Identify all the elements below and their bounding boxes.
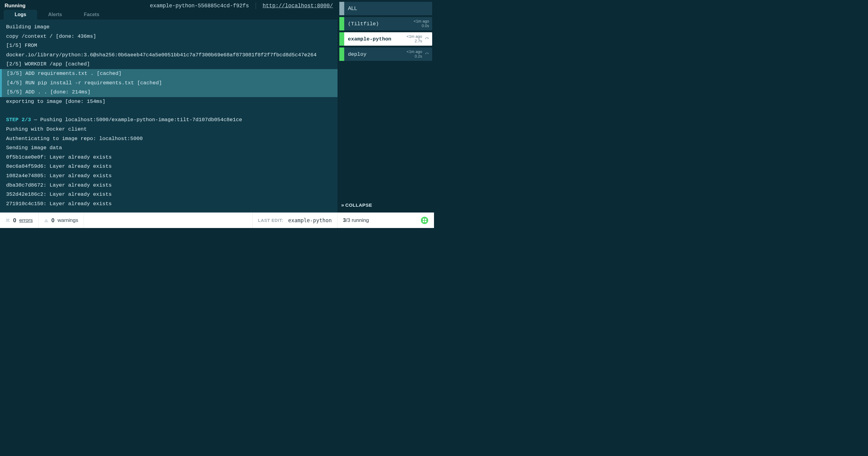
status-stripe [339,17,344,30]
pod-name: example-python-556885c4cd-f92fs [150,3,249,9]
endpoint-link[interactable]: http://localhost:8000/ [262,3,333,9]
log-line-highlight: [3/5] ADD requirements.txt . [cached] [0,69,338,79]
sidebar-item-all[interactable]: ALL [339,2,432,15]
log-line: Pushing with Docker client [0,125,338,134]
log-line: Authenticating to image repo: localhost:… [0,134,338,144]
status-stripe [339,32,344,45]
last-edit-cell: LAST EDIT: example-python [253,213,338,228]
errors-label: errors [19,217,33,223]
sidebar-item-deploy[interactable]: deploy <1m ago 0.2s [339,48,432,61]
status-spacer [84,213,253,228]
log-line: exporting to image [done: 154ms] [0,97,338,107]
refresh-icon[interactable] [425,37,429,41]
tab-facets[interactable]: Facets [73,10,111,20]
log-line: 352d42e186c2: Layer already exists [0,190,338,200]
collapse-button[interactable]: » COLLAPSE [339,200,432,211]
sidebar-item-duration: 0.2s [414,54,422,59]
log-line: [1/5] FROM [0,41,338,51]
log-line: Sending image data [0,143,338,153]
header-divider [256,2,256,9]
last-edit-value: example-python [288,217,332,223]
svg-rect-4 [425,221,426,222]
log-line: docker.io/library/python:3.6@sha256:0b6a… [0,51,338,60]
status-stripe [339,48,344,61]
svg-point-0 [421,217,428,224]
sidebar-item-ago: <1m ago [413,19,429,24]
log-line: Building image [0,23,338,32]
log-line: 1082a4e74805: Layer already exists [0,172,338,181]
errors-count: 0 [13,217,16,224]
collapse-label: COLLAPSE [345,203,372,208]
last-edit-label: LAST EDIT: [258,218,283,223]
log-body[interactable]: Building image copy /context / [done: 43… [0,20,338,212]
log-line-highlight: [4/5] RUN pip install -r requirements.tx… [0,79,338,88]
warning-icon [44,219,49,222]
sidebar-item-label: example-python [348,36,404,42]
refresh-icon[interactable] [425,52,429,57]
running-status: 3/3 running [343,217,369,223]
tab-logs[interactable]: Logs [4,10,37,20]
log-line: 271910c4c150: Layer already exists [0,200,338,209]
sidebar-item-ago: <1m ago [407,50,422,54]
sidebar-item-tiltfile[interactable]: (Tiltfile) <1m ago 0.0s [339,17,432,30]
svg-rect-3 [423,221,424,222]
log-line: 0f5b1cae0e0f: Layer already exists [0,153,338,162]
log-line: 8ec6a04f59d6: Layer already exists [0,162,338,172]
warnings-label: warnings [58,217,78,223]
sidebar-item-ago: <1m ago [407,34,422,39]
warnings-cell[interactable]: 0 warnings [39,213,84,228]
sidebar-item-duration: 0.0s [422,24,429,28]
tab-alerts[interactable]: Alerts [37,10,73,20]
log-panel: Running example-python-556885c4cd-f92fs … [0,0,338,212]
status-label: Running [5,3,26,9]
errors-cell[interactable]: ✖ 0 errors [0,213,39,228]
error-icon: ✖ [5,217,10,224]
log-line: [2/5] WORKDIR /app [cached] [0,60,338,69]
sidebar-item-duration: 2.7s [414,39,422,43]
tabs: Logs Alerts Facets [0,10,338,20]
log-line: copy /context / [done: 436ms] [0,32,338,41]
sidebar-item-example-python[interactable]: example-python <1m ago 2.7s [339,32,432,45]
sidebar: ALL (Tiltfile) <1m ago 0.0s example-pyth… [338,0,434,212]
chevron-right-icon: » [341,202,343,208]
log-line: dba30c7d8672: Layer already exists [0,181,338,190]
log-header: Running example-python-556885c4cd-f92fs … [0,0,338,10]
sidebar-item-label: (Tiltfile) [348,21,411,27]
warnings-count: 0 [52,217,55,224]
log-line-highlight: [5/5] ADD . . [done: 214ms] [0,88,338,97]
status-stripe [339,2,344,15]
sidebar-item-label: ALL [348,5,429,11]
log-step-line: STEP 2/3 — Pushing localhost:5000/exampl… [0,115,338,125]
status-bar: ✖ 0 errors 0 warnings LAST EDIT: example… [0,212,434,228]
svg-rect-2 [425,219,426,220]
svg-rect-1 [423,219,424,220]
sidebar-item-label: deploy [348,52,404,57]
running-cell: 3/3 running [338,213,434,228]
tilt-logo-icon[interactable] [421,216,429,224]
